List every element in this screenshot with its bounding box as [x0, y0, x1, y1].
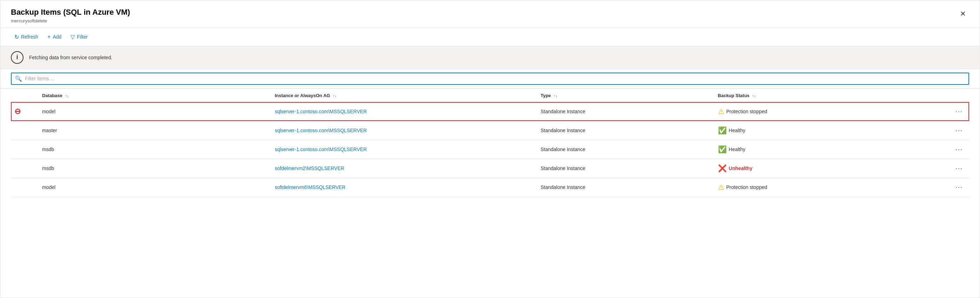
actions-cell[interactable]: ···	[925, 140, 969, 159]
row-icon-cell	[11, 121, 38, 140]
row-icon-cell	[11, 178, 38, 197]
minus-icon: ⊖	[14, 107, 35, 116]
notification-bar: i Fetching data from service completed.	[0, 46, 980, 69]
instance-link[interactable]: sqlserver-1.contoso.com\MSSQLSERVER	[275, 109, 367, 114]
instance-link[interactable]: sofdelmervm2\MSSQLSERVER	[275, 165, 344, 171]
filter-icon: ▽	[70, 34, 75, 40]
type-cell: Standalone Instance	[537, 178, 714, 197]
filter-input-wrapper[interactable]: 🔍	[11, 73, 969, 85]
unhealthy-link[interactable]: Unhealthy	[729, 165, 753, 171]
status-content: ⚠Protection stopped	[718, 107, 921, 116]
status-text: Protection stopped	[726, 109, 767, 114]
sort-icon-type: ↑↓	[554, 94, 557, 98]
col-header-icon	[11, 89, 38, 102]
search-icon: 🔍	[15, 75, 22, 82]
row-icon-cell: ⊖	[11, 102, 38, 121]
instance-cell[interactable]: sofdelmervm2\MSSQLSERVER	[271, 159, 537, 178]
filter-bar: 🔍	[0, 69, 980, 89]
table-header-row: Database ↑↓ Instance or AlwaysOn AG ↑↓ T…	[11, 89, 969, 102]
status-cell: ✅Healthy	[714, 121, 925, 140]
col-header-actions	[925, 89, 969, 102]
database-cell: model	[38, 102, 271, 121]
status-content: ⚠Protection stopped	[718, 183, 921, 192]
status-text: Healthy	[729, 128, 745, 133]
refresh-button[interactable]: ↻ Refresh	[11, 32, 42, 43]
table-wrapper: Database ↑↓ Instance or AlwaysOn AG ↑↓ T…	[0, 89, 980, 197]
actions-cell[interactable]: ···	[925, 159, 969, 178]
status-content: ✅Healthy	[718, 126, 921, 135]
status-cell: ❌Unhealthy	[714, 159, 925, 178]
status-content: ❌Unhealthy	[718, 164, 921, 173]
more-actions-button[interactable]: ···	[953, 125, 966, 136]
warning-icon: ⚠	[718, 107, 724, 116]
status-cell: ⚠Protection stopped	[714, 102, 925, 121]
more-actions-button[interactable]: ···	[953, 106, 966, 117]
instance-cell[interactable]: softdelmervm6\MSSQLSERVER	[271, 178, 537, 197]
actions-cell[interactable]: ···	[925, 102, 969, 121]
add-button[interactable]: + Add	[44, 32, 65, 42]
instance-link[interactable]: softdelmervm6\MSSQLSERVER	[275, 184, 345, 190]
close-icon: ✕	[960, 10, 966, 18]
status-cell: ✅Healthy	[714, 140, 925, 159]
actions-cell[interactable]: ···	[925, 121, 969, 140]
instance-cell[interactable]: sqlserver-1.contoso.com\MSSQLSERVER	[271, 140, 537, 159]
database-cell: master	[38, 121, 271, 140]
col-header-database[interactable]: Database ↑↓	[38, 89, 271, 102]
warning-icon: ⚠	[718, 183, 724, 192]
table-row: msdbsqlserver-1.contoso.com\MSSQLSERVERS…	[11, 140, 969, 159]
filter-label: Filter	[77, 34, 88, 40]
type-cell: Standalone Instance	[537, 159, 714, 178]
add-icon: +	[47, 34, 51, 40]
instance-cell[interactable]: sqlserver-1.contoso.com\MSSQLSERVER	[271, 102, 537, 121]
panel-subtitle: mercurysoftdelete	[11, 18, 130, 24]
error-icon: ❌	[718, 164, 727, 173]
row-icon-cell	[11, 140, 38, 159]
more-actions-button[interactable]: ···	[953, 182, 966, 192]
table-row: msdbsofdelmervm2\MSSQLSERVERStandalone I…	[11, 159, 969, 178]
sort-icon-database: ↑↓	[65, 94, 69, 98]
add-label: Add	[52, 34, 61, 40]
more-actions-button[interactable]: ···	[953, 144, 966, 155]
panel: Backup Items (SQL in Azure VM) mercuryso…	[0, 0, 980, 298]
actions-cell[interactable]: ···	[925, 178, 969, 197]
info-icon: i	[11, 51, 24, 64]
backup-items-table: Database ↑↓ Instance or AlwaysOn AG ↑↓ T…	[11, 89, 969, 197]
col-header-instance[interactable]: Instance or AlwaysOn AG ↑↓	[271, 89, 537, 102]
status-content: ✅Healthy	[718, 145, 921, 154]
filter-input[interactable]	[25, 76, 965, 81]
panel-title: Backup Items (SQL in Azure VM)	[11, 7, 130, 17]
filter-button[interactable]: ▽ Filter	[67, 32, 91, 43]
instance-link[interactable]: sqlserver-1.contoso.com\MSSQLSERVER	[275, 147, 367, 152]
type-cell: Standalone Instance	[537, 102, 714, 121]
type-cell: Standalone Instance	[537, 140, 714, 159]
sort-icon-instance: ↑↓	[333, 94, 337, 98]
panel-header: Backup Items (SQL in Azure VM) mercuryso…	[0, 0, 980, 28]
notification-message: Fetching data from service completed.	[29, 55, 112, 60]
more-actions-button[interactable]: ···	[953, 163, 966, 174]
close-button[interactable]: ✕	[956, 7, 969, 20]
type-cell: Standalone Instance	[537, 121, 714, 140]
status-text: Protection stopped	[726, 184, 767, 190]
instance-link[interactable]: sqlserver-1.contoso.com\MSSQLSERVER	[275, 128, 367, 133]
table-row: ⊖modelsqlserver-1.contoso.com\MSSQLSERVE…	[11, 102, 969, 121]
sort-icon-status: ↑↓	[752, 94, 756, 98]
col-header-status[interactable]: Backup Status ↑↓	[714, 89, 925, 102]
status-text: Healthy	[729, 147, 745, 152]
instance-cell[interactable]: sqlserver-1.contoso.com\MSSQLSERVER	[271, 121, 537, 140]
refresh-icon: ↻	[14, 34, 19, 40]
healthy-icon: ✅	[718, 145, 727, 154]
database-cell: model	[38, 178, 271, 197]
database-cell: msdb	[38, 140, 271, 159]
toolbar: ↻ Refresh + Add ▽ Filter	[0, 28, 980, 46]
healthy-icon: ✅	[718, 126, 727, 135]
title-block: Backup Items (SQL in Azure VM) mercuryso…	[11, 7, 130, 24]
table-row: modelsoftdelmervm6\MSSQLSERVERStandalone…	[11, 178, 969, 197]
table-row: mastersqlserver-1.contoso.com\MSSQLSERVE…	[11, 121, 969, 140]
col-header-type[interactable]: Type ↑↓	[537, 89, 714, 102]
database-cell: msdb	[38, 159, 271, 178]
row-icon-cell	[11, 159, 38, 178]
status-cell: ⚠Protection stopped	[714, 178, 925, 197]
refresh-label: Refresh	[21, 34, 38, 40]
